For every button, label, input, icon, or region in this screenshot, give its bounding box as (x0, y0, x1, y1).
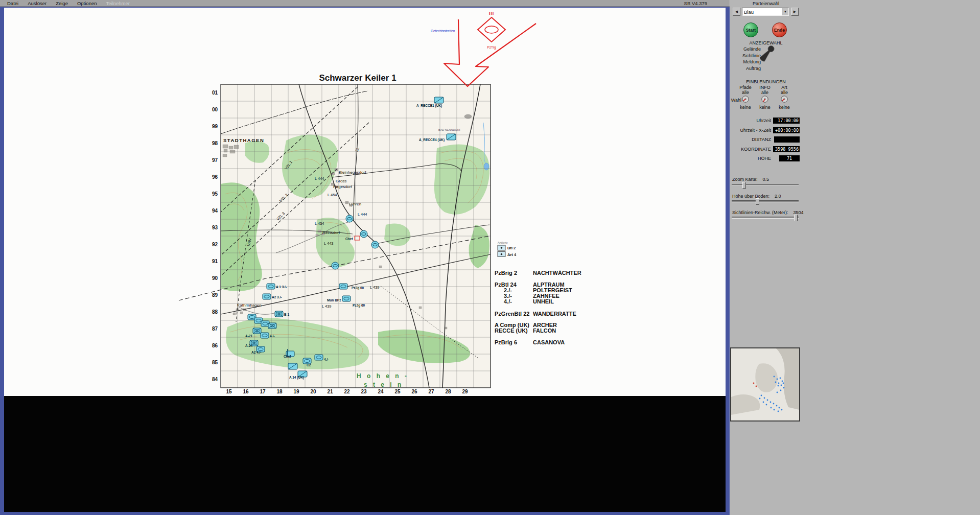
svg-text:94: 94 (212, 208, 218, 214)
menu-zeige[interactable]: Zeige (56, 1, 68, 6)
svg-text:L 444: L 444 (358, 212, 367, 217)
unit-symbol-armor[interactable] (315, 355, 323, 360)
svg-text:93: 93 (212, 225, 218, 230)
display-option-meldung[interactable]: Meldung (734, 59, 761, 65)
coordinate-label: KOORDINATE (730, 147, 771, 152)
svg-text:84: 84 (212, 377, 218, 382)
unit-symbol-armor[interactable] (267, 284, 275, 289)
unit-symbol-armor[interactable] (342, 296, 351, 301)
svg-text:00: 00 (212, 107, 218, 112)
svg-text:88: 88 (212, 309, 218, 315)
unit-symbol-recce4[interactable] (447, 134, 456, 140)
svg-text:27: 27 (428, 389, 434, 394)
overlay-pos-keine: keine (735, 105, 756, 110)
unit-symbol-armor[interactable] (261, 333, 269, 338)
svg-text:86: 86 (212, 343, 218, 348)
unit-symbol-bn[interactable] (371, 241, 379, 248)
grid-col-labels: 15 16 17 18 19 20 21 22 23 24 25 26 27 2… (226, 389, 468, 394)
svg-text:Reinsdorf: Reinsdorf (322, 230, 340, 235)
party-prev-button[interactable]: ◀ (733, 8, 740, 16)
zoom-slider-track[interactable] (732, 184, 799, 186)
info-knob[interactable] (761, 96, 768, 103)
party-next-button[interactable]: ▶ (791, 8, 799, 16)
minimap[interactable] (730, 347, 800, 422)
svg-text:Chef: Chef (345, 237, 353, 241)
dropdown-arrow-icon[interactable]: ▼ (782, 8, 788, 15)
xtime-value: +00:00:00 (773, 127, 800, 133)
eye-height-slider-thumb[interactable] (756, 198, 759, 205)
svg-text:B 1: B 1 (284, 313, 290, 316)
unit-symbol-mech[interactable] (253, 328, 261, 334)
svg-text:A-24: A-24 (245, 344, 252, 347)
art-knob[interactable] (781, 96, 788, 103)
display-option-sichtlinie[interactable]: Sichtlinie (734, 53, 761, 59)
svg-text:Chef: Chef (284, 355, 291, 358)
unit-symbol-recce1[interactable] (434, 97, 444, 103)
svg-text:PzGrenBtl 22: PzGrenBtl 22 (495, 311, 529, 317)
los-range-slider-thumb[interactable] (794, 215, 798, 221)
los-range-slider-track[interactable] (732, 217, 799, 219)
svg-text:Lyhren: Lyhren (349, 202, 361, 206)
svg-text:16: 16 (243, 389, 249, 394)
menu-ausloeser[interactable]: Auslöser (28, 1, 46, 6)
map-title: Schwarzer Keiler 1 (319, 73, 396, 83)
unit-symbol-bn[interactable] (346, 215, 353, 222)
svg-text:WANDERRATTE: WANDERRATTE (533, 311, 576, 317)
svg-text:L 439: L 439 (322, 304, 332, 309)
svg-text:Hegesdorf: Hegesdorf (333, 184, 353, 189)
overlay-col-pfade: Pfade (735, 85, 756, 90)
display-option-gelaende[interactable]: Gelände (734, 46, 761, 53)
start-button[interactable]: Start (743, 22, 758, 37)
party-value: Blau (742, 9, 782, 15)
svg-text:Mun BPz: Mun BPz (327, 298, 341, 302)
svg-text:18: 18 (276, 389, 283, 394)
pfade-knob[interactable] (742, 96, 749, 103)
svg-text:A 14 (UK): A 14 (UK) (289, 376, 304, 380)
grid-row-labels: 01 00 99 98 97 96 95 94 93 92 91 90 89 8… (212, 90, 218, 382)
time-label: Uhrzeit (730, 118, 771, 123)
menu-teilnehmer: Teilnehmer (106, 1, 129, 6)
svg-text:A_RECCE4 (UK): A_RECCE4 (UK) (419, 138, 445, 142)
zoom-slider-thumb[interactable] (742, 182, 746, 189)
map-canvas[interactable]: Schwarzer Keiler 1 01 00 99 98 97 96 95 … (4, 8, 726, 396)
map-legend: Artillerie Btl 2 Art 4 PzBrig 2 NACHTWÄC… (495, 241, 581, 345)
control-panel: Parteienwahl ◀ Blau ▼ ▶ Start Ende ANZEI… (730, 0, 980, 515)
end-button[interactable]: Ende (772, 22, 787, 37)
unit-symbol-bn[interactable] (360, 230, 367, 238)
unit-symbol-armor[interactable] (339, 284, 347, 289)
eye-height-slider-track[interactable] (732, 200, 799, 202)
svg-text:UNHEIL: UNHEIL (533, 298, 554, 305)
menu-datei[interactable]: Datei (7, 1, 18, 6)
svg-text:STADTHAGEN: STADTHAGEN (223, 137, 264, 143)
svg-text:BAD NENNDORF: BAD NENNDORF (438, 128, 461, 131)
xtime-label: Uhrzeit - X-Zeit (730, 128, 771, 133)
height-label: HÖHE (730, 156, 771, 161)
svg-text:97: 97 (212, 157, 218, 163)
blue-annotation: Gefechtsstreifen (431, 29, 455, 33)
svg-text:H o h e n -: H o h e n - (357, 372, 409, 380)
unit-symbol-recce[interactable] (288, 363, 297, 369)
svg-text:FALCON: FALCON (533, 327, 556, 334)
red-planning-arrow[interactable]: III PzTrg (444, 11, 536, 86)
svg-text:87: 87 (212, 326, 218, 332)
unit-symbol-bn[interactable] (332, 262, 339, 269)
svg-text:90: 90 (212, 275, 218, 281)
selector-pointer-icon[interactable] (760, 43, 775, 64)
los-range-slider-label: Sichtlinien-Reichw. (Meter):3504 (732, 210, 804, 215)
svg-text:NACHTWÄCHTER: NACHTWÄCHTER (533, 270, 581, 276)
overlay-col-info: INFO (755, 85, 775, 90)
party-dropdown[interactable]: Blau ▼ (742, 8, 789, 16)
svg-text:s t e i n: s t e i n (364, 381, 403, 388)
svg-text:PzBrig 2: PzBrig 2 (495, 270, 517, 276)
map-svg[interactable]: Schwarzer Keiler 1 01 00 99 98 97 96 95 … (4, 8, 726, 396)
svg-text:PzJg 60: PzJg 60 (353, 303, 365, 308)
unit-symbol-mech[interactable] (268, 323, 276, 329)
display-option-auftrag[interactable]: Auftrag (734, 65, 761, 72)
unit-symbol-armor[interactable] (263, 294, 271, 299)
menu-optionen[interactable]: Optionen (77, 1, 97, 6)
enemy-unit-label: PzTrg (487, 45, 496, 50)
overlay-pos-alle: alle (735, 90, 756, 95)
menu-bar: Datei Auslöser Zeige Optionen Teilnehmer… (0, 0, 730, 7)
unit-symbol-mech[interactable] (275, 311, 283, 317)
svg-text:22: 22 (344, 389, 350, 394)
